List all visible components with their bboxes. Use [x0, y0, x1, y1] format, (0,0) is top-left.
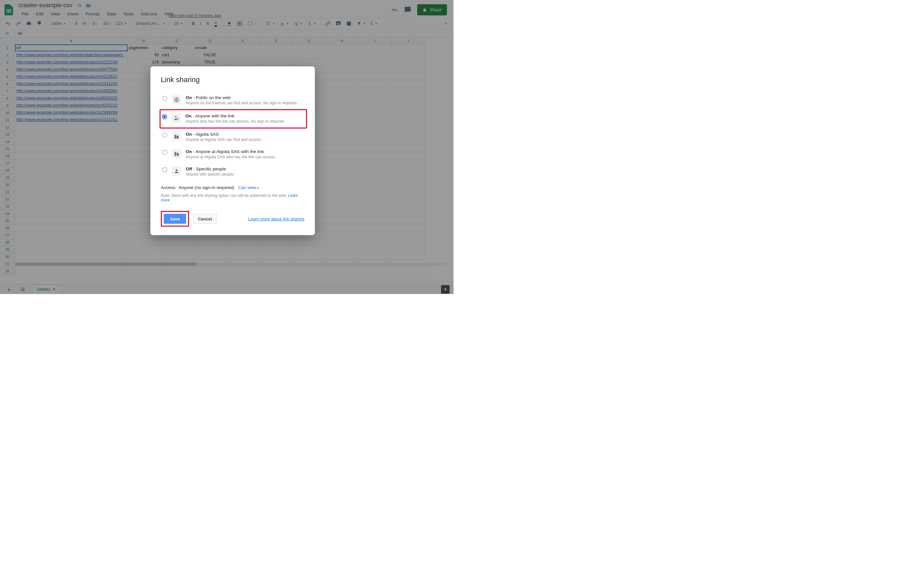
save-highlight-box: Save: [161, 211, 189, 227]
option-desc: Shared with specific people.: [186, 172, 234, 176]
share-option-public[interactable]: On - Public on the webAnyone on the Inte…: [161, 92, 304, 109]
option-desc: Anyone who has the link can access. No s…: [185, 119, 285, 123]
option-title: On - Anyone at Algolia SAS with the link: [186, 149, 276, 154]
cancel-button[interactable]: Cancel: [193, 214, 217, 224]
building-icon: [172, 132, 181, 141]
svg-point-4: [176, 169, 177, 171]
person-link-icon: [171, 114, 181, 123]
share-option-specific[interactable]: Off - Specific peopleShared with specifi…: [161, 163, 304, 181]
access-row: Access: Anyone (no sign-in required) Can…: [161, 185, 304, 190]
access-label: Access:: [161, 185, 176, 190]
globe-icon: [172, 95, 181, 104]
share-option-anyone-link[interactable]: On - Anyone with the linkAnyone who has …: [160, 109, 307, 128]
option-desc: Anyone at Algolia SAS who has the link c…: [186, 155, 276, 159]
link-sharing-dialog: Link sharing On - Public on the webAnyon…: [151, 66, 315, 235]
option-desc: Anyone on the Internet can find and acce…: [186, 101, 298, 105]
radio-org-link[interactable]: [162, 150, 167, 155]
option-title: On - Algolia SAS: [186, 132, 262, 137]
person-icon: [172, 167, 181, 176]
dialog-note: Note: Items with any link sharing option…: [161, 193, 304, 202]
option-desc: Anyone at Algolia SAS can find and acces…: [186, 137, 262, 142]
option-title: On - Public on the web: [186, 95, 298, 100]
share-option-org[interactable]: On - Algolia SASAnyone at Algolia SAS ca…: [161, 128, 304, 146]
svg-point-3: [175, 116, 176, 118]
radio-org[interactable]: [162, 133, 167, 138]
note-text: Note: Items with any link sharing option…: [161, 193, 288, 198]
option-title: On - Anyone with the link: [185, 114, 285, 119]
learn-more-link[interactable]: Learn more about link sharing: [248, 216, 304, 221]
dialog-title: Link sharing: [161, 75, 304, 84]
access-value: Anyone (no sign-in required): [178, 185, 234, 190]
radio-specific[interactable]: [162, 167, 167, 172]
access-permission-select[interactable]: Can view: [238, 185, 259, 190]
share-option-org-link[interactable]: On - Anyone at Algolia SAS with the link…: [161, 146, 304, 163]
building-link-icon: [172, 149, 181, 158]
option-title: Off - Specific people: [186, 167, 234, 171]
radio-anyone-link[interactable]: [162, 114, 167, 119]
save-button[interactable]: Save: [164, 214, 186, 224]
radio-public[interactable]: [162, 96, 167, 101]
